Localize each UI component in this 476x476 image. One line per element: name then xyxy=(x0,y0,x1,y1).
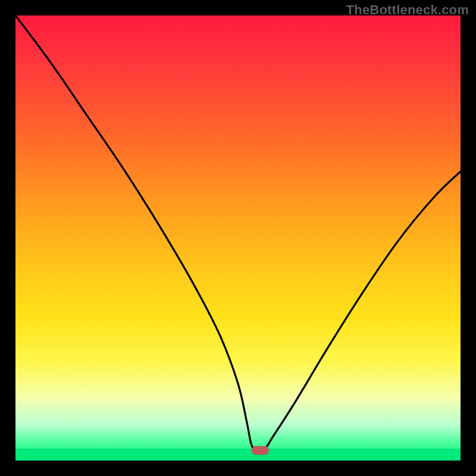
bottleneck-curve xyxy=(15,15,461,461)
minimum-marker xyxy=(252,446,268,455)
chart-frame: TheBottleneck.com xyxy=(0,0,476,476)
watermark-text: TheBottleneck.com xyxy=(346,2,469,18)
plot-area xyxy=(15,15,461,461)
